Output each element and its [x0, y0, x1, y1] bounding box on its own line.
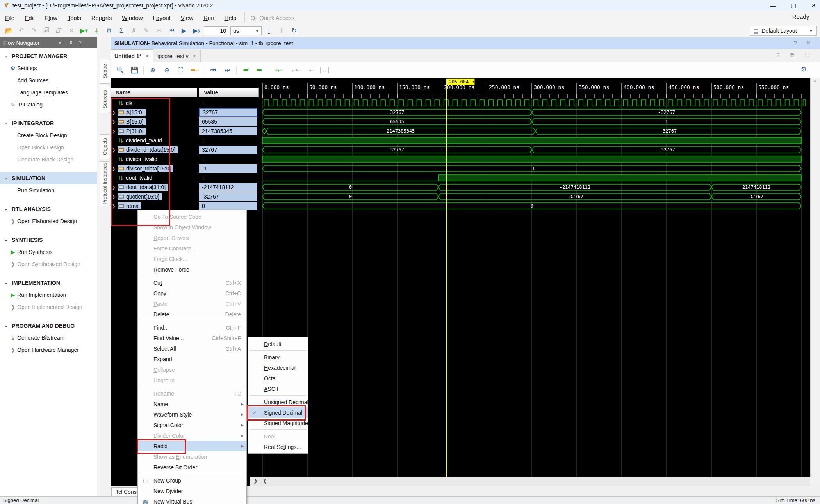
flow-nav-section-simulation[interactable]: ⌄SIMULATION	[0, 172, 97, 184]
expander-icon[interactable]: ❯	[112, 185, 118, 190]
menu-item-delete[interactable]: DeleteDelete	[138, 309, 246, 319]
signal-row-dividend-tdata-15-0-[interactable]: ❯dividend_tdata[15:0]	[111, 145, 197, 154]
signal-value[interactable]: 2147385345	[199, 127, 257, 135]
scroll-up-icon[interactable]: ⌃	[811, 80, 819, 85]
flow-nav-item-ip-catalog[interactable]: ⌾IP Catalog	[0, 98, 97, 110]
open-project-icon[interactable]: 📂	[4, 26, 14, 35]
side-tab-protocol-instances[interactable]: Protocol Instances	[100, 161, 110, 206]
signal-value[interactable]: -2147418112	[199, 183, 257, 192]
menubar-item-reports[interactable]: Reports	[86, 13, 117, 23]
menubar-item-flow[interactable]: Flow	[40, 13, 62, 23]
menu-item-octal[interactable]: Octal	[248, 373, 308, 383]
expander-icon[interactable]: ❯	[112, 204, 118, 208]
copy-icon[interactable]: 🗐	[41, 26, 52, 35]
simulation-header-controls[interactable]: ? ✕	[794, 40, 815, 46]
flow-nav-section-project-manager[interactable]: ⌄PROJECT MANAGER	[0, 50, 97, 62]
settings-gear-icon[interactable]: ⚙	[104, 26, 114, 35]
waveform-vertical-scrollbar[interactable]: ⌃	[810, 78, 819, 477]
run-time-input[interactable]	[204, 26, 228, 35]
flow-nav-item-run-simulation[interactable]: Run Simulation	[0, 184, 97, 196]
side-tab-sources[interactable]: Sources	[100, 85, 110, 113]
undo-icon[interactable]: ↶	[16, 26, 27, 35]
menu-item-expand[interactable]: Expand	[138, 354, 246, 364]
signal-row-A-15-0-[interactable]: ❯A[15:0]	[111, 108, 197, 117]
expander-icon[interactable]: ❯	[112, 120, 118, 124]
waveform-canvas[interactable]: 0.000 ns50.000 ns100.000 ns150.000 ns200…	[260, 78, 810, 477]
signal-value[interactable]: -1	[199, 164, 257, 173]
zoom-fit-icon[interactable]: ⛶	[176, 66, 186, 75]
menu-item-new-divider[interactable]: New Divider	[138, 486, 246, 496]
tab-bar-controls[interactable]: ? ⧉ ⛶	[777, 52, 814, 59]
side-tab-objects[interactable]: Objects	[100, 134, 110, 159]
signal-value[interactable]: 1	[199, 99, 257, 107]
menubar-item-layout[interactable]: Layout	[148, 13, 176, 23]
menu-item-name[interactable]: Name▶	[138, 399, 246, 409]
go-to-time-0-icon[interactable]: ⏮	[208, 66, 218, 75]
name-column-header[interactable]: Name	[111, 88, 197, 97]
flow-nav-item-generate-bitstream[interactable]: ⤓Generate Bitstream	[0, 332, 97, 344]
menu-item-find-[interactable]: Find...Ctrl+F	[138, 322, 246, 333]
flow-nav-item-add-sources[interactable]: Add Sources	[0, 74, 97, 86]
signal-row-B-15-0-[interactable]: ❯B[15:0]	[111, 117, 197, 126]
delete-icon[interactable]: ✕	[66, 26, 77, 35]
break-icon[interactable]: ✂	[154, 26, 164, 35]
zoom-out-icon[interactable]: ⊖	[162, 66, 172, 75]
menu-item-cut[interactable]: CutCtrl+X	[138, 277, 246, 288]
menu-item-new-group[interactable]: ⬚New Group	[138, 475, 246, 486]
flow-nav-item-run-implementation[interactable]: ▶Run Implementation	[0, 289, 97, 301]
zoom-to-cursor-icon[interactable]: ➡⌐	[190, 66, 200, 75]
signal-row-quotient-15-0-[interactable]: ❯quotient[15:0]	[111, 192, 197, 201]
previous-transition-icon[interactable]: ⮨	[241, 66, 251, 75]
flow-nav-item-open-elaborated-design[interactable]: ❯Open Elaborated Design	[0, 215, 97, 227]
signal-value[interactable]: 0	[199, 202, 257, 210]
menu-item-binary[interactable]: Binary	[248, 352, 308, 362]
find-icon[interactable]: 🔍	[115, 66, 125, 75]
signal-row-rema[interactable]: ❯rema	[111, 201, 197, 211]
menu-item-hexadecimal[interactable]: Hexadecimal	[248, 362, 308, 373]
flow-nav-section-ip-integrator[interactable]: ⌄IP INTEGRATOR	[0, 117, 97, 129]
report-sigma-icon[interactable]: Σ	[116, 26, 127, 35]
flow-nav-item-language-templates[interactable]: Language Templates	[0, 86, 97, 98]
signal-value[interactable]: 1	[199, 136, 257, 145]
expander-icon[interactable]: ❯	[112, 167, 118, 171]
generate-bitstream-icon[interactable]: ⤓	[91, 26, 102, 35]
step-icon[interactable]: ⭳	[264, 26, 274, 35]
side-tab-scope[interactable]: Scope	[100, 59, 110, 84]
flow-nav-item-open-hardware-manager[interactable]: ❯Open Hardware Manager	[0, 344, 97, 356]
run-for-time-icon[interactable]: ▶⧽	[191, 26, 201, 35]
menu-item-waveform-style[interactable]: Waveform Style▶	[138, 409, 246, 420]
signal-value[interactable]: -32767	[199, 192, 257, 201]
signal-row-P-31-0-[interactable]: ❯P[31:0]	[111, 126, 197, 136]
menu-item-copy[interactable]: CopyCtrl+C	[138, 288, 246, 298]
value-column-header[interactable]: Value	[199, 88, 259, 97]
signal-row-clk[interactable]: clk	[111, 98, 197, 108]
expander-icon[interactable]: ❯	[112, 110, 118, 115]
flow-nav-section-synthesis[interactable]: ⌄SYNTHESIS	[0, 234, 97, 246]
signal-row-dout-tvalid[interactable]: dout_tvalid	[111, 173, 197, 183]
flow-navigator-header-icons[interactable]: ⇤ ⇕ ? —	[59, 40, 94, 45]
run-icon[interactable]: ▶▾	[79, 26, 89, 35]
close-tab-icon[interactable]: ✕	[145, 53, 149, 59]
add-marker-icon[interactable]: +⌐	[273, 66, 283, 75]
menu-item-real-settings-[interactable]: Real Settings...	[248, 442, 308, 452]
expander-icon[interactable]: ❯	[112, 148, 118, 152]
menubar-item-view[interactable]: View	[176, 13, 198, 23]
menubar-item-edit[interactable]: Edit	[20, 13, 40, 23]
menu-item-new-virtual-bus[interactable]: 🚌New Virtual Bus	[138, 496, 246, 504]
minimize-button[interactable]: —	[770, 2, 776, 9]
menu-item-select-all[interactable]: Select AllCtrl+A	[138, 343, 246, 354]
signal-row-divisor-tdata-15-0-[interactable]: ❯divisor_tdata[15:0]	[111, 164, 197, 173]
expander-icon[interactable]: ❯	[112, 129, 118, 133]
signal-value[interactable]: 1	[199, 174, 257, 182]
go-to-last-time-icon[interactable]: ⏭	[222, 66, 232, 75]
menu-item-unsigned-decimal[interactable]: Unsigned Decimal	[248, 397, 308, 407]
menu-item-signed-decimal[interactable]: ✔Signed Decimal	[248, 407, 308, 418]
layout-selector[interactable]: ▤ Default Layout ▼	[750, 26, 817, 36]
next-transition-icon[interactable]: ⮩	[255, 66, 265, 75]
close-tab-icon[interactable]: ✕	[193, 53, 196, 59]
signal-row-dout-tdata-31-0-[interactable]: ❯dout_tdata[31:0]	[111, 183, 197, 192]
flow-nav-item-run-synthesis[interactable]: ▶Run Synthesis	[0, 246, 97, 258]
flow-nav-item-create-block-design[interactable]: Create Block Design	[0, 129, 97, 141]
paste-icon[interactable]: 🗗	[54, 26, 64, 35]
menubar-item-file[interactable]: File	[0, 13, 20, 23]
